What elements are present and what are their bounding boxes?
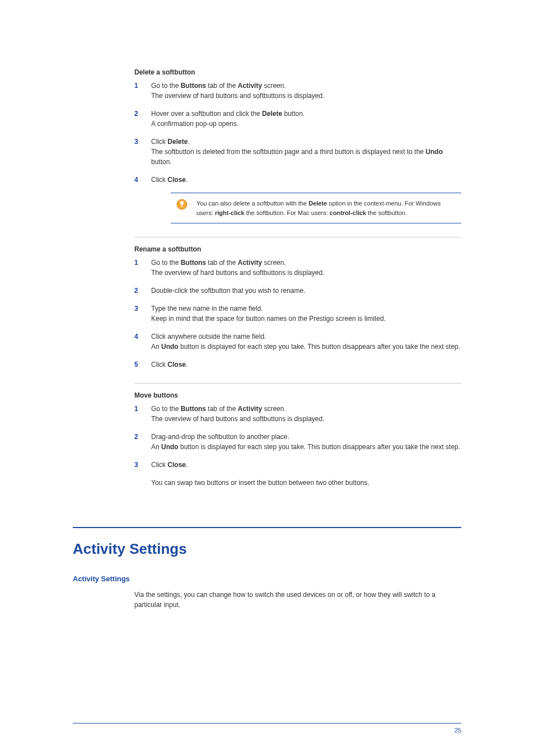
step-text: Go to the Buttons tab of the Activity sc…: [151, 405, 325, 423]
step-item: 2Hover over a softbutton and click the D…: [134, 109, 461, 129]
step-text: Type the new name in the name field.Keep…: [151, 305, 386, 323]
page-number: 25: [73, 727, 461, 734]
steps-rename-softbutton: 1Go to the Buttons tab of the Activity s…: [134, 258, 461, 370]
step-number: 5: [134, 360, 138, 370]
steps-delete-softbutton: 1Go to the Buttons tab of the Activity s…: [134, 81, 461, 185]
step-item: 4Click anywhere outside the name field.A…: [134, 332, 461, 352]
heading-move-buttons: Move buttons: [134, 391, 461, 399]
chapter-intro: Via the settings, you can change how to …: [73, 590, 461, 610]
step-text: Click Close.: [151, 176, 188, 184]
step-item: 3Click Close.: [134, 460, 461, 470]
note-text: You can swap two buttons or insert the b…: [151, 478, 461, 488]
step-number: 3: [134, 460, 138, 470]
step-number: 1: [134, 404, 138, 414]
svg-rect-2: [181, 207, 183, 207]
step-text: Click Close.: [151, 361, 188, 368]
footer-divider: [73, 723, 461, 724]
step-number: 3: [134, 137, 138, 147]
step-number: 4: [134, 332, 138, 342]
step-text: Hover over a softbutton and click the De…: [151, 110, 305, 128]
heading-delete-softbutton: Delete a softbutton: [134, 68, 461, 76]
divider: [134, 237, 461, 237]
chapter-title: Activity Settings: [73, 540, 461, 558]
svg-rect-1: [181, 206, 182, 207]
step-item: 2Double-click the softbutton that you wi…: [134, 286, 461, 296]
step-text: Drag-and-drop the softbutton to another …: [151, 433, 460, 451]
step-number: 1: [134, 258, 138, 268]
step-item: 5Click Close.: [134, 360, 461, 370]
step-text: Click anywhere outside the name field.An…: [151, 333, 460, 351]
step-item: 3Type the new name in the name field.Kee…: [134, 304, 461, 324]
step-text: Click Close.: [151, 461, 188, 469]
step-number: 3: [134, 304, 138, 314]
step-item: 3Click Delete.The softbutton is deleted …: [134, 137, 461, 167]
step-item: 2Drag-and-drop the softbutton to another…: [134, 432, 461, 452]
step-text: Go to the Buttons tab of the Activity sc…: [151, 259, 325, 277]
heading-rename-softbutton: Rename a softbutton: [134, 245, 461, 253]
steps-move-buttons: 1Go to the Buttons tab of the Activity s…: [134, 404, 461, 470]
step-text: Click Delete.The softbutton is deleted f…: [151, 138, 443, 166]
page-footer: 25: [73, 718, 461, 734]
step-text: Double-click the softbutton that you wis…: [151, 287, 305, 295]
step-item: 1Go to the Buttons tab of the Activity s…: [134, 404, 461, 424]
step-number: 4: [134, 175, 138, 185]
tip-box: You can also delete a softbutton with th…: [171, 193, 461, 223]
step-item: 1Go to the Buttons tab of the Activity s…: [134, 258, 461, 278]
step-number: 2: [134, 109, 138, 119]
step-text: Go to the Buttons tab of the Activity sc…: [151, 82, 325, 100]
step-number: 2: [134, 432, 138, 442]
chapter-subheading: Activity Settings: [73, 575, 461, 583]
step-number: 2: [134, 286, 138, 296]
chapter-divider: [73, 527, 461, 528]
lightbulb-icon: [176, 199, 188, 210]
step-item: 1Go to the Buttons tab of the Activity s…: [134, 81, 461, 101]
step-item: 4Click Close.: [134, 175, 461, 185]
tip-text: You can also delete a softbutton with th…: [196, 200, 441, 216]
step-number: 1: [134, 81, 138, 91]
divider: [134, 383, 461, 384]
